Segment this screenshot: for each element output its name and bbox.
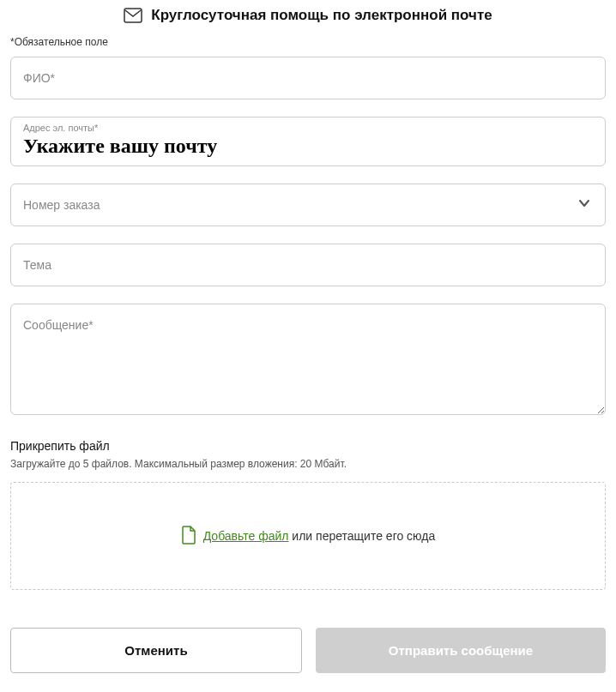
email-field-wrapper: Адрес эл. почты* Укажите вашу почту: [10, 117, 606, 166]
message-field-wrapper: [10, 304, 606, 418]
cancel-button[interactable]: Отменить: [10, 628, 302, 673]
order-field-wrapper: Номер заказа: [10, 184, 606, 226]
form-header: Круглосуточная помощь по электронной поч…: [10, 0, 606, 36]
email-value: Укажите вашу почту: [23, 135, 593, 157]
required-note: *Обязательное поле: [10, 36, 606, 48]
drop-text: или перетащите его сюда: [288, 529, 435, 543]
name-input[interactable]: [10, 57, 606, 99]
submit-button[interactable]: Отправить сообщение: [316, 628, 606, 673]
message-textarea[interactable]: [10, 304, 606, 415]
button-row: Отменить Отправить сообщение: [10, 628, 606, 673]
email-label: Адрес эл. почты*: [23, 123, 593, 133]
order-select[interactable]: Номер заказа: [10, 184, 606, 226]
subject-field-wrapper: [10, 244, 606, 286]
attach-hint: Загружайте до 5 файлов. Максимальный раз…: [10, 458, 606, 470]
email-field[interactable]: Адрес эл. почты* Укажите вашу почту: [10, 117, 606, 166]
form-title: Круглосуточная помощь по электронной поч…: [151, 7, 492, 24]
file-dropzone[interactable]: Добавьте файл или перетащите его сюда: [10, 482, 606, 590]
subject-input[interactable]: [10, 244, 606, 286]
mail-icon: [124, 8, 142, 23]
file-icon: [181, 526, 196, 547]
name-field-wrapper: [10, 57, 606, 99]
svg-rect-0: [124, 9, 142, 22]
add-file-link[interactable]: Добавьте файл: [203, 529, 289, 543]
attach-title: Прикрепить файл: [10, 439, 606, 453]
